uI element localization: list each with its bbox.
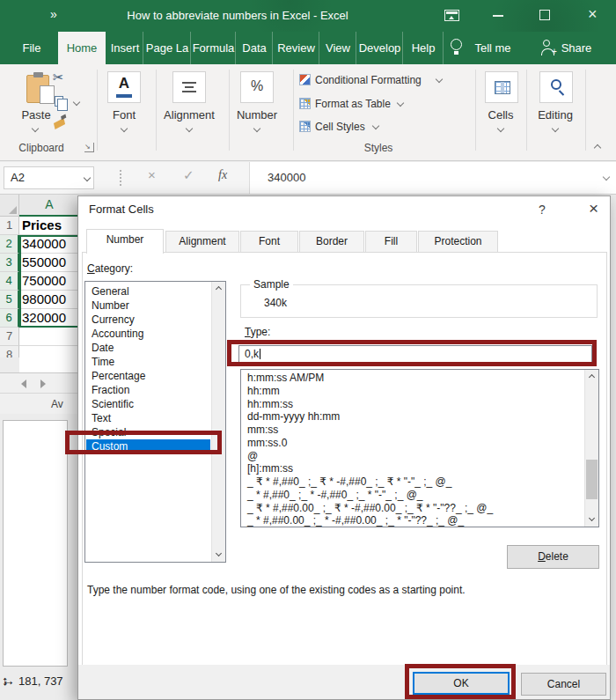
dialog-tab-alignment[interactable]: Alignment (165, 231, 239, 253)
cells-dropdown-icon[interactable] (497, 125, 504, 132)
format-code-item[interactable]: mm:ss (242, 424, 583, 437)
category-item-fraction[interactable]: Fraction (86, 383, 210, 397)
tab-developer[interactable]: Develop (357, 32, 403, 64)
formula-input[interactable]: 340000 (249, 162, 616, 194)
insert-function-icon[interactable]: fx (218, 168, 227, 182)
copy-icon[interactable] (55, 96, 63, 107)
category-item-currency[interactable]: Currency (86, 313, 210, 327)
scroll-down-icon[interactable] (589, 515, 595, 521)
category-item-number[interactable]: Number (86, 298, 210, 313)
collapse-ribbon-icon[interactable] (594, 144, 601, 151)
tab-view[interactable]: View (320, 32, 356, 64)
format-codes-scrollbar[interactable] (584, 370, 598, 527)
format-code-item[interactable]: _ ₹ * #,##0_ ;_ ₹ * -#,##0_ ;_ ₹ * "-"_ … (242, 475, 583, 489)
category-item-general[interactable]: General (86, 284, 210, 298)
dialog-tab-number[interactable]: Number (86, 229, 164, 254)
close-button[interactable]: × (588, 5, 598, 24)
dialog-help-icon[interactable]: ? (539, 203, 546, 217)
row-header[interactable]: 7 (0, 328, 19, 346)
dialog-close-icon[interactable]: × (589, 199, 598, 218)
share-button[interactable]: Share (554, 32, 598, 64)
tab-page-layout[interactable]: Page La (144, 32, 191, 64)
conditional-formatting-button[interactable]: Conditional Formatting (315, 74, 422, 86)
category-scrollbar[interactable] (211, 282, 225, 562)
minimize-button[interactable] (493, 15, 503, 17)
format-code-item[interactable]: _ * #,##0.00_ ;_ * -#,##0.00_ ;_ * "-"??… (242, 514, 583, 527)
scroll-down-icon[interactable] (216, 550, 222, 556)
row-header[interactable]: 4 (0, 272, 19, 291)
dialog-tab-border[interactable]: Border (299, 231, 364, 253)
font-group-icon[interactable]: A (107, 71, 141, 103)
maximize-button[interactable] (539, 10, 550, 20)
sheet-next-icon[interactable] (40, 379, 46, 388)
row-header[interactable]: 1 (0, 217, 19, 235)
table-row[interactable]: 8 (0, 346, 79, 357)
dialog-tab-font[interactable]: Font (240, 231, 298, 253)
scroll-up-icon[interactable] (216, 286, 222, 292)
sheet-prev-icon[interactable] (21, 379, 26, 388)
dialog-tab-fill[interactable]: Fill (365, 231, 417, 253)
row-header[interactable]: 2 (0, 235, 19, 254)
alignment-dropdown-icon[interactable] (186, 125, 193, 132)
format-as-table-button[interactable]: Format as Table (315, 98, 391, 110)
editing-dropdown-icon[interactable] (552, 125, 559, 132)
editing-group-icon[interactable] (539, 71, 573, 103)
tab-insert[interactable]: Insert (107, 32, 143, 64)
paste-button[interactable]: Paste (14, 108, 58, 122)
cells-group-icon[interactable] (485, 71, 518, 103)
expand-formula-bar-icon[interactable] (603, 173, 610, 181)
format-code-item[interactable]: dd-mm-yyyy hh:mm (242, 410, 583, 424)
tab-formulas[interactable]: Formula (192, 32, 236, 64)
tab-review[interactable]: Review (274, 32, 319, 64)
paste-dropdown-icon[interactable] (32, 125, 39, 132)
row-header[interactable]: 6 (0, 309, 19, 328)
format-code-item[interactable]: @ (242, 450, 583, 463)
formula-enter-icon[interactable]: ✓ (183, 167, 194, 183)
format-code-item[interactable]: hh:mm:ss (242, 398, 583, 411)
format-codes-listbox[interactable]: h:mm:ss AM/PM hh:mm hh:mm:ss dd-mm-yyyy … (240, 369, 599, 527)
formula-cancel-icon[interactable]: × (148, 167, 156, 182)
category-item-time[interactable]: Time (86, 355, 210, 369)
category-item-scientific[interactable]: Scientific (86, 397, 210, 411)
format-code-item[interactable]: _ * #,##0_ ;_ * -#,##0_ ;_ * "-"_ ;_ @_ (242, 489, 583, 502)
format-code-item[interactable]: mm:ss.0 (242, 437, 583, 450)
row-header[interactable]: 3 (0, 254, 19, 272)
copy-dropdown-icon[interactable] (73, 99, 80, 106)
scrollbar-thumb[interactable] (586, 460, 598, 499)
clipboard-dialog-launcher-icon[interactable]: ↘ (84, 143, 94, 152)
cell-a8[interactable] (19, 346, 79, 357)
category-listbox[interactable]: General Number Currency Accounting Date … (84, 281, 226, 563)
ribbon-display-options-icon[interactable] (444, 10, 459, 21)
column-header-a[interactable]: A (19, 195, 79, 217)
number-group-icon[interactable]: % (240, 71, 274, 103)
cell-styles-dropdown-icon[interactable] (372, 122, 379, 129)
category-item-accounting[interactable]: Accounting (86, 327, 210, 341)
tell-me-box[interactable]: Tell me (466, 32, 519, 64)
tab-file[interactable]: File (11, 32, 53, 64)
format-as-table-dropdown-icon[interactable] (397, 99, 404, 107)
category-item-percentage[interactable]: Percentage (86, 369, 210, 383)
format-code-item[interactable]: hh:mm (242, 385, 583, 398)
cell-a1[interactable]: Prices (19, 217, 79, 235)
alignment-group-icon[interactable] (172, 71, 206, 103)
tab-home[interactable]: Home (58, 32, 106, 64)
cut-icon[interactable]: ✂ (53, 70, 64, 85)
delete-button[interactable]: Delete (507, 545, 599, 569)
font-dropdown-icon[interactable] (121, 125, 128, 132)
scroll-up-icon[interactable] (589, 374, 595, 380)
name-box-dropdown-icon[interactable] (84, 174, 91, 181)
select-all-corner[interactable] (0, 195, 19, 217)
tab-data[interactable]: Data (237, 32, 273, 64)
number-dropdown-icon[interactable] (253, 125, 260, 132)
cell-styles-button[interactable]: Cell Styles (315, 121, 365, 133)
category-item-date[interactable]: Date (86, 341, 210, 355)
dialog-tab-protection[interactable]: Protection (418, 231, 498, 253)
row-header[interactable]: 8 (0, 346, 19, 357)
tab-help[interactable]: Help (404, 32, 444, 64)
quick-access-toolbar-icon[interactable]: » (50, 7, 55, 21)
conditional-formatting-dropdown-icon[interactable] (436, 76, 443, 83)
format-code-item[interactable]: h:mm:ss AM/PM (242, 372, 583, 385)
cancel-button[interactable]: Cancel (521, 673, 606, 696)
table-row[interactable]: 7 (0, 328, 79, 346)
category-item-text[interactable]: Text (86, 411, 210, 425)
